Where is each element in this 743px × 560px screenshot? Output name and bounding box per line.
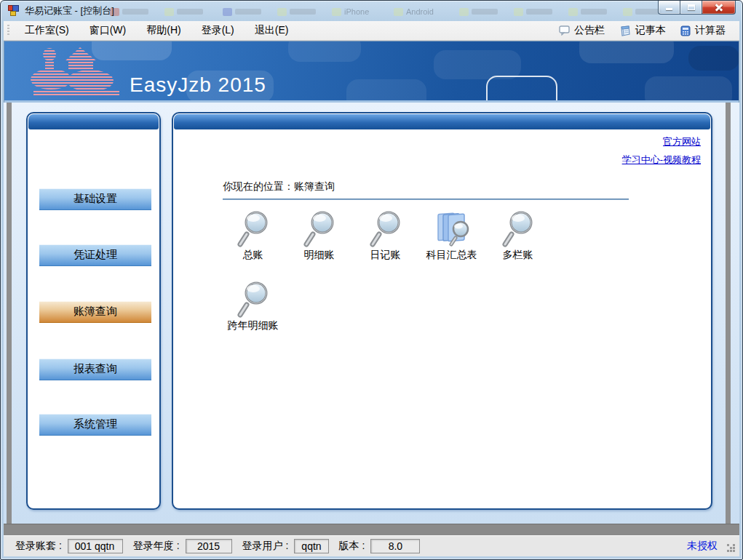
status-field-user: 登录用户 : qqtn bbox=[242, 539, 329, 553]
tool-notepad[interactable]: 记事本 bbox=[613, 22, 672, 39]
menu-item-workspace[interactable]: 工作室(S) bbox=[15, 21, 79, 40]
left-edge-strip bbox=[7, 103, 12, 524]
menubar-grip bbox=[7, 25, 9, 36]
ghost-text: iPhone bbox=[344, 7, 369, 16]
workspace: 基础设置 凭证处理 账簿查询 报表查询 系统管理 官方网站 学习中心-视频教程 … bbox=[4, 103, 739, 524]
brand-logo-text: EasyJzb 2015 bbox=[130, 73, 266, 97]
magnifier-icon bbox=[369, 210, 402, 248]
launch-item-label: 总账 bbox=[243, 249, 263, 262]
status-label: 登录账套 : bbox=[15, 540, 62, 553]
status-value-year: 2015 bbox=[186, 539, 232, 553]
status-value-account-set: 001 qqtn bbox=[68, 539, 123, 553]
sidebar-panel: 基础设置 凭证处理 账簿查询 报表查询 系统管理 bbox=[26, 112, 161, 510]
status-field-version: 版本 : 8.0 bbox=[339, 539, 421, 553]
sidebar-item-basic-settings[interactable]: 基础设置 bbox=[39, 188, 151, 210]
statusbar: 登录账套 : 001 qqtn 登录年度 : 2015 登录用户 : qqtn … bbox=[4, 535, 739, 556]
calculator-icon bbox=[680, 25, 691, 36]
location-label: 你现在的位置：账簿查询 bbox=[223, 180, 629, 193]
launch-item-label: 跨年明细账 bbox=[228, 319, 279, 332]
tool-notepad-label: 记事本 bbox=[635, 24, 666, 37]
titlebar[interactable]: 华易记账宝 - [控制台] iPhone Android bbox=[1, 1, 742, 21]
sidebar-item-voucher-processing[interactable]: 凭证处理 bbox=[39, 244, 151, 266]
launch-item-multi-column[interactable]: 多栏账 bbox=[485, 210, 551, 262]
minimize-button[interactable] bbox=[658, 1, 680, 15]
banner: EasyJzb 2015 bbox=[4, 41, 739, 103]
notepad-icon bbox=[619, 25, 631, 36]
status-field-year: 登录年度 : 2015 bbox=[133, 539, 232, 553]
menu-item-help[interactable]: 帮助(H) bbox=[136, 21, 191, 40]
maximize-button[interactable] bbox=[680, 1, 702, 15]
magnifier-icon bbox=[237, 210, 270, 248]
launch-item-label: 日记账 bbox=[370, 249, 401, 262]
magnifier-icon bbox=[303, 210, 336, 248]
launch-item-detail-ledger[interactable]: 明细账 bbox=[286, 210, 352, 262]
tool-announcement-label: 公告栏 bbox=[574, 24, 605, 37]
launch-item-label: 明细账 bbox=[304, 249, 335, 262]
sidebar-item-book-query[interactable]: 账簿查询 bbox=[39, 301, 151, 323]
status-label: 登录用户 : bbox=[242, 540, 289, 553]
location-breadcrumb: 你现在的位置：账簿查询 bbox=[223, 180, 629, 200]
link-learning-center[interactable]: 学习中心-视频教程 bbox=[622, 153, 701, 167]
announcement-bubble-icon bbox=[559, 25, 570, 36]
resize-grip[interactable] bbox=[727, 544, 736, 553]
link-official-site[interactable]: 官方网站 bbox=[622, 135, 701, 148]
sidebar-panel-header bbox=[28, 114, 159, 129]
menu-item-exit[interactable]: 退出(E) bbox=[245, 21, 299, 40]
close-icon bbox=[715, 3, 723, 12]
launch-icon-grid: 总账 明细账 日记账 科目汇总表 bbox=[220, 210, 562, 351]
app-window: 华易记账宝 - [控制台] iPhone Android 工作室(S) 窗口(W… bbox=[0, 0, 743, 560]
minimize-icon bbox=[666, 8, 672, 10]
right-edge-strip bbox=[726, 103, 731, 524]
status-label: 版本 : bbox=[339, 540, 365, 553]
menu-item-login[interactable]: 登录(L) bbox=[191, 21, 245, 40]
close-button[interactable] bbox=[702, 1, 736, 15]
sidebar-item-report-query[interactable]: 报表查询 bbox=[39, 359, 151, 380]
client-area: EasyJzb 2015 基础设置 凭证处理 账簿查询 报表查询 系统管理 官方… bbox=[4, 41, 739, 556]
help-links: 官方网站 学习中心-视频教程 bbox=[622, 135, 701, 172]
magnifier-icon bbox=[237, 281, 270, 319]
license-status: 未授权 bbox=[687, 540, 728, 553]
launch-item-label: 科目汇总表 bbox=[426, 249, 477, 262]
menubar: 工作室(S) 窗口(W) 帮助(H) 登录(L) 退出(E) 公告栏 记事本 bbox=[4, 21, 739, 41]
maximize-icon bbox=[688, 4, 695, 10]
window-title: 华易记账宝 - [控制台] bbox=[25, 4, 114, 17]
tool-calculator-label: 计算器 bbox=[695, 24, 726, 37]
location-divider bbox=[223, 199, 629, 200]
sidebar-item-system-management[interactable]: 系统管理 bbox=[39, 414, 151, 436]
launch-item-label: 多栏账 bbox=[503, 249, 533, 262]
status-value-user: qqtn bbox=[294, 539, 328, 553]
launch-item-subject-summary[interactable]: 科目汇总表 bbox=[418, 210, 485, 262]
status-field-account-set: 登录账套 : 001 qqtn bbox=[15, 539, 123, 553]
books-magnifier-icon bbox=[434, 210, 470, 248]
status-label: 登录年度 : bbox=[133, 540, 180, 553]
brand-logo-art bbox=[23, 44, 131, 101]
main-panel-header bbox=[174, 114, 710, 129]
ghost-text: Android bbox=[406, 7, 434, 16]
bottom-gray-bar bbox=[4, 524, 739, 535]
menu-item-window[interactable]: 窗口(W) bbox=[79, 21, 137, 40]
magnifier-icon bbox=[501, 210, 535, 248]
status-value-version: 8.0 bbox=[370, 539, 420, 553]
main-panel: 官方网站 学习中心-视频教程 你现在的位置：账簿查询 总账 明细账 bbox=[172, 112, 712, 510]
app-icon bbox=[8, 5, 20, 17]
launch-item-cross-year-detail[interactable]: 跨年明细账 bbox=[220, 281, 286, 332]
tool-calculator[interactable]: 计算器 bbox=[674, 22, 732, 39]
window-controls bbox=[658, 1, 736, 15]
launch-item-journal[interactable]: 日记账 bbox=[352, 210, 418, 262]
launch-item-total-ledger[interactable]: 总账 bbox=[220, 210, 286, 262]
banner-capsule-decoration bbox=[486, 76, 557, 103]
tool-announcement[interactable]: 公告栏 bbox=[552, 22, 611, 39]
